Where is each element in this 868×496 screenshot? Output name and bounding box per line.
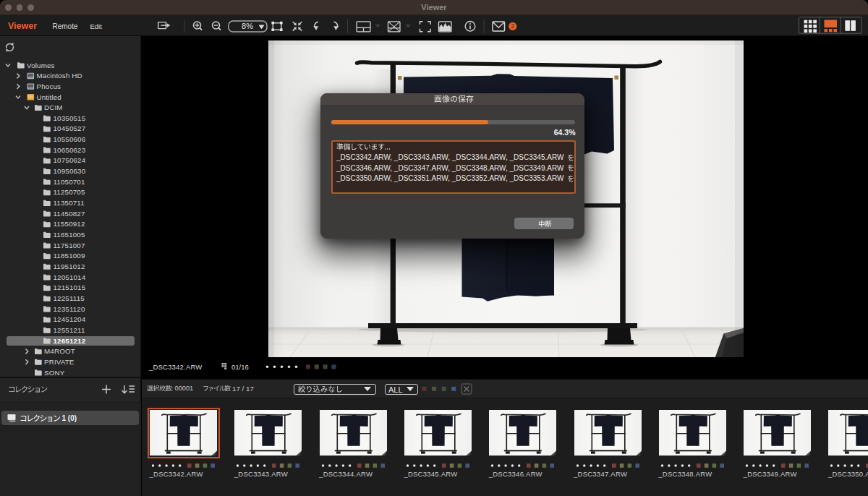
svg-text:2: 2 (511, 22, 514, 30)
